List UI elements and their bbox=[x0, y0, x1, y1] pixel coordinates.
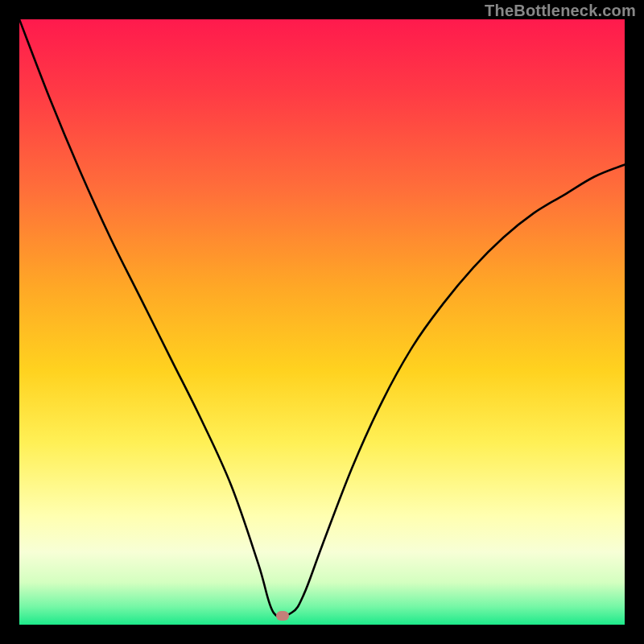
bottleneck-curve bbox=[19, 19, 625, 625]
watermark-text: TheBottleneck.com bbox=[485, 2, 636, 20]
optimum-marker bbox=[276, 611, 289, 621]
plot-area bbox=[19, 19, 625, 625]
chart-frame: TheBottleneck.com bbox=[0, 0, 644, 644]
